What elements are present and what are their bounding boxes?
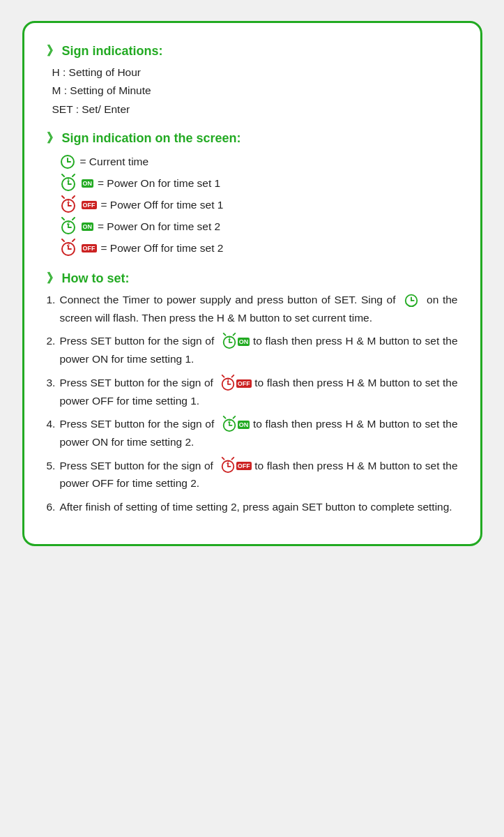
indication-1off-text: = Power Off for time set 1 — [101, 194, 224, 216]
how-to-list: 1. Connect the Timer to power supply and… — [47, 291, 458, 516]
step-4-text: Press SET button for the sign of 2 ON to… — [59, 415, 457, 451]
svg-line-3 — [62, 174, 64, 176]
on-badge-2: ON — [82, 223, 94, 231]
step3-off-badge: OFF — [236, 379, 252, 388]
step4-on-badge: ON — [238, 421, 250, 429]
indication-2on-text: = Power On for time set 2 — [98, 216, 220, 237]
svg-line-36 — [222, 375, 224, 377]
section2-header: 》 Sign indication on the screen: — [47, 130, 458, 146]
alarm-2-on-icon: 2 — [59, 217, 77, 235]
indication-item-2on: 2 ON = Power On for time set 2 — [59, 216, 458, 237]
step-5-text: Press SET button for the sign of 2 OFF t… — [59, 457, 457, 492]
indication-1on-text: = Power On for time set 1 — [98, 172, 220, 194]
step5-off-badge: OFF — [236, 462, 252, 470]
step-6-text: After finish of setting of time setting … — [59, 498, 457, 516]
sign-item-h: H : Setting of Hour — [52, 63, 458, 82]
step3-alarm-icon: 1 — [220, 375, 236, 391]
step-3-text: Press SET button for the sign of 1 OFF t… — [59, 374, 457, 409]
svg-line-37 — [231, 375, 234, 377]
sign-item-m: M : Setting of Minute — [52, 82, 458, 100]
instruction-card: 》 Sign indications: H : Setting of Hour … — [22, 21, 482, 546]
svg-line-49 — [231, 458, 234, 460]
step1-clock-icon — [404, 292, 419, 308]
svg-line-4 — [72, 174, 75, 176]
step-2-text: Press SET button for the sign of 1 ON to… — [59, 332, 457, 368]
step5-alarm-icon: 2 — [220, 457, 236, 474]
step-1-text: Connect the Timer to power supply and pr… — [59, 291, 457, 326]
alarm-1-on-icon: 1 — [59, 174, 77, 192]
section3-header: 》 How to set: — [47, 270, 458, 287]
step-5-num: 5. — [47, 457, 56, 475]
indication-item-2off: 2 OFF = Power Off for time set 2 — [59, 237, 458, 259]
step-3: 3. Press SET button for the sign of 1 OF… — [47, 374, 458, 409]
svg-line-10 — [72, 196, 75, 198]
chevron-icon: 》 — [47, 43, 59, 59]
chevron-icon-2: 》 — [47, 130, 59, 146]
step-6: 6. After finish of setting of time setti… — [47, 498, 458, 516]
alarm-2-off-icon: 2 — [59, 239, 77, 257]
step-1-num: 1. — [47, 291, 56, 309]
step-2-num: 2. — [47, 332, 56, 350]
sign-list: H : Setting of Hour M : Setting of Minut… — [52, 63, 458, 119]
svg-line-22 — [72, 239, 75, 241]
svg-line-30 — [223, 333, 225, 335]
svg-line-42 — [223, 416, 225, 418]
off-badge-2: OFF — [82, 244, 97, 252]
svg-line-31 — [233, 333, 235, 335]
indication-item-1off: 1 OFF = Power Off for time set 1 — [59, 194, 458, 216]
step-2: 2. Press SET button for the sign of 1 ON… — [47, 332, 458, 368]
indication-item-current: = Current time — [59, 151, 458, 172]
indication-2off-text: = Power Off for time set 2 — [101, 237, 224, 259]
sign-item-set: SET : Set/ Enter — [52, 100, 458, 119]
step4-alarm-icon: 2 — [221, 416, 238, 432]
step-5: 5. Press SET button for the sign of 2 OF… — [47, 457, 458, 492]
step2-alarm-icon: 1 — [221, 333, 238, 349]
step-1: 1. Connect the Timer to power supply and… — [47, 291, 458, 326]
step-4-num: 4. — [47, 415, 56, 433]
svg-line-21 — [62, 239, 64, 241]
indication-current-text: = Current time — [80, 151, 149, 172]
step2-on-badge: ON — [238, 338, 250, 346]
indication-item-1on: 1 ON = Power On for time set 1 — [59, 172, 458, 194]
current-time-icon — [59, 153, 76, 169]
step-4: 4. Press SET button for the sign of 2 ON… — [47, 415, 458, 451]
step-3-num: 3. — [47, 374, 56, 392]
on-badge-1: ON — [82, 179, 94, 188]
svg-line-43 — [233, 416, 235, 418]
svg-line-48 — [222, 458, 224, 460]
step-6-num: 6. — [47, 498, 56, 516]
svg-line-16 — [72, 218, 75, 220]
section1-header: 》 Sign indications: — [47, 43, 458, 59]
svg-line-9 — [62, 196, 64, 198]
svg-line-15 — [62, 218, 64, 220]
off-badge-1: OFF — [82, 201, 97, 209]
alarm-1-off-icon: 1 — [59, 195, 77, 213]
indication-list: = Current time 1 ON = Power On for time … — [59, 151, 458, 259]
chevron-icon-3: 》 — [47, 270, 59, 287]
